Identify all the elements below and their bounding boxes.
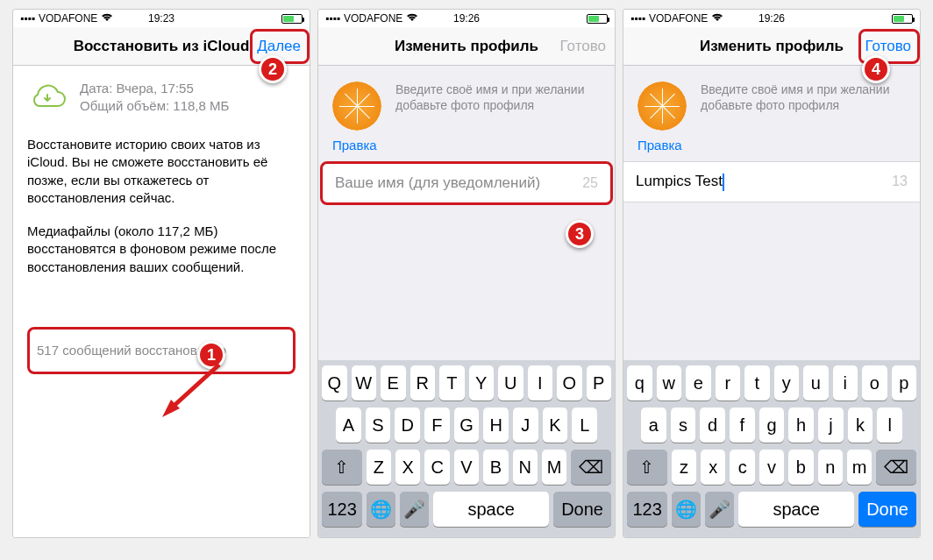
- key-o[interactable]: O: [557, 365, 582, 401]
- key-m[interactable]: M: [542, 450, 566, 485]
- signal-icon: ▪▪▪▪: [20, 12, 35, 25]
- nav-bar: Изменить профиль Готово: [318, 27, 615, 66]
- key-h[interactable]: h: [788, 408, 814, 443]
- carrier-label: VODAFONE: [344, 12, 402, 25]
- keyboard[interactable]: qwertyuiop asdfghjkl ⇧ zxcvbnm ⌫ 123 🌐 🎤…: [623, 360, 920, 537]
- battery-icon: [587, 14, 608, 24]
- key-l[interactable]: L: [572, 408, 597, 443]
- char-count: 25: [582, 175, 598, 191]
- carrier-label: VODAFONE: [649, 12, 708, 25]
- key-t[interactable]: T: [439, 365, 465, 401]
- globe-key[interactable]: 🌐: [672, 492, 701, 527]
- key-p[interactable]: P: [587, 365, 612, 401]
- key-u[interactable]: u: [803, 365, 829, 401]
- key-a[interactable]: a: [641, 408, 666, 443]
- key-z[interactable]: Z: [367, 450, 391, 485]
- globe-key[interactable]: 🌐: [367, 492, 395, 527]
- key-g[interactable]: G: [454, 408, 480, 443]
- space-key[interactable]: space: [433, 492, 549, 527]
- key-z[interactable]: z: [672, 450, 696, 485]
- key-j[interactable]: J: [513, 408, 538, 443]
- key-v[interactable]: V: [454, 450, 479, 485]
- key-x[interactable]: X: [395, 450, 420, 485]
- space-key[interactable]: space: [738, 492, 854, 527]
- edit-photo-link[interactable]: Правка: [318, 136, 615, 161]
- key-b[interactable]: b: [788, 450, 813, 485]
- key-v[interactable]: v: [759, 450, 784, 485]
- key-u[interactable]: U: [498, 365, 523, 401]
- edit-photo-link[interactable]: Правка: [623, 136, 920, 161]
- status-bar: ▪▪▪▪ VODAFONE 19:26: [318, 10, 615, 27]
- keyboard[interactable]: QWERTYUIOP ASDFGHJKL ⇧ ZXCVBNM ⌫ 123 🌐 🎤…: [318, 360, 615, 537]
- backup-date: Дата: Вчера, 17:55: [80, 80, 296, 97]
- key-n[interactable]: n: [818, 450, 843, 485]
- key-i[interactable]: i: [833, 365, 858, 401]
- key-l[interactable]: l: [877, 408, 902, 443]
- char-count: 13: [892, 174, 908, 189]
- key-s[interactable]: S: [366, 408, 391, 443]
- key-w[interactable]: W: [352, 365, 377, 401]
- avatar[interactable]: [637, 82, 687, 131]
- nav-next-button[interactable]: Далее: [257, 38, 301, 55]
- nav-bar: Восстановить из iCloud Далее: [13, 27, 310, 66]
- clock: 19:26: [453, 12, 480, 25]
- key-m[interactable]: m: [847, 450, 872, 485]
- mic-key[interactable]: 🎤: [705, 492, 734, 527]
- cloud-restore-icon: [27, 80, 68, 120]
- page-title: Восстановить из iCloud: [74, 38, 250, 55]
- key-e[interactable]: e: [686, 365, 711, 401]
- key-y[interactable]: y: [774, 365, 800, 401]
- key-q[interactable]: Q: [322, 365, 347, 401]
- key-j[interactable]: j: [818, 408, 844, 443]
- key-k[interactable]: k: [848, 408, 873, 443]
- signal-icon: ▪▪▪▪: [630, 12, 645, 25]
- key-d[interactable]: d: [700, 408, 725, 443]
- key-r[interactable]: r: [716, 365, 741, 401]
- key-p[interactable]: p: [892, 365, 917, 401]
- num-key[interactable]: 123: [322, 492, 362, 527]
- done-key[interactable]: Done: [553, 492, 611, 527]
- key-f[interactable]: f: [730, 408, 755, 443]
- battery-icon: [892, 14, 913, 24]
- key-n[interactable]: N: [513, 450, 538, 485]
- done-key[interactable]: Done: [858, 492, 916, 527]
- shift-key[interactable]: ⇧: [627, 450, 667, 485]
- avatar[interactable]: [332, 82, 381, 131]
- screenshots-row: ▪▪▪▪ VODAFONE 19:23 Восстановить из iClo…: [9, 9, 924, 538]
- key-d[interactable]: D: [395, 408, 420, 443]
- key-y[interactable]: Y: [469, 365, 495, 401]
- key-c[interactable]: C: [424, 450, 449, 485]
- shift-key[interactable]: ⇧: [322, 450, 362, 485]
- page-title: Изменить профиль: [700, 38, 844, 55]
- key-t[interactable]: t: [744, 365, 770, 401]
- key-o[interactable]: o: [862, 365, 887, 401]
- key-f[interactable]: F: [424, 408, 450, 443]
- key-e[interactable]: E: [381, 365, 406, 401]
- key-h[interactable]: H: [483, 408, 509, 443]
- name-hint: Введите своё имя и при желании добавьте …: [701, 82, 906, 113]
- key-g[interactable]: g: [759, 408, 785, 443]
- key-i[interactable]: I: [528, 365, 553, 401]
- nav-done-button[interactable]: Готово: [560, 38, 607, 55]
- nav-done-button[interactable]: Готово: [865, 38, 912, 55]
- clock: 19:23: [148, 12, 174, 25]
- key-x[interactable]: x: [701, 450, 725, 485]
- content-area: Дата: Вчера, 17:55 Общий объём: 118,8 МБ…: [13, 66, 310, 537]
- battery-icon: [281, 14, 303, 24]
- key-a[interactable]: A: [336, 408, 361, 443]
- page-title: Изменить профиль: [395, 38, 538, 55]
- mic-key[interactable]: 🎤: [400, 492, 429, 527]
- name-input[interactable]: Lumpics Test: [636, 173, 724, 191]
- num-key[interactable]: 123: [627, 492, 667, 527]
- key-s[interactable]: s: [671, 408, 696, 443]
- key-b[interactable]: B: [483, 450, 508, 485]
- key-w[interactable]: w: [657, 365, 682, 401]
- backspace-key[interactable]: ⌫: [876, 450, 916, 485]
- key-c[interactable]: c: [730, 450, 754, 485]
- backspace-key[interactable]: ⌫: [571, 450, 611, 485]
- key-q[interactable]: q: [627, 365, 652, 401]
- screen-edit-profile-filled: ▪▪▪▪ VODAFONE 19:26 Изменить профиль Гот…: [623, 9, 921, 538]
- key-r[interactable]: R: [410, 365, 436, 401]
- name-input[interactable]: [335, 174, 582, 192]
- key-k[interactable]: K: [543, 408, 568, 443]
